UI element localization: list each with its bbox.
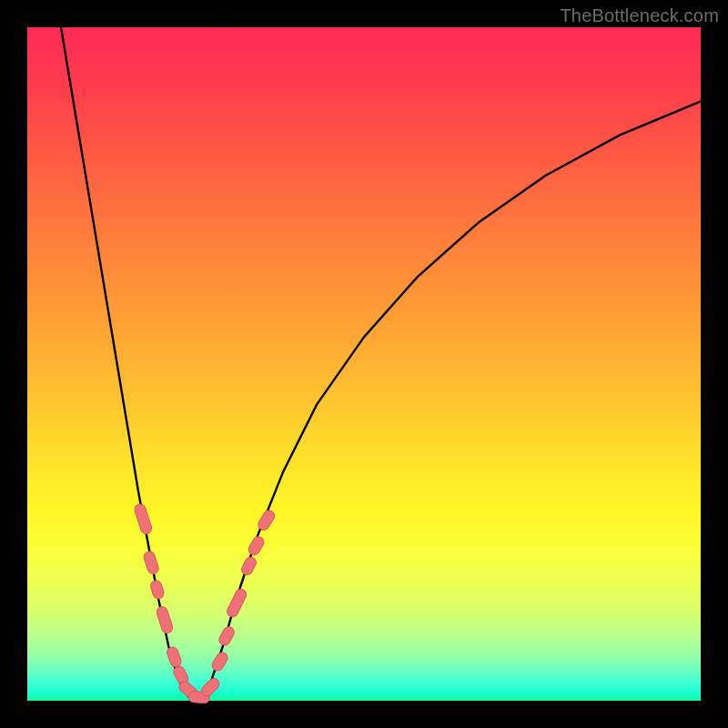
marker-pill (166, 645, 183, 668)
marker-pill (143, 551, 160, 576)
chart-frame: TheBottleneck.com (0, 0, 728, 728)
marker-pill (247, 535, 266, 557)
marker-pill (226, 587, 248, 619)
marker-pill (156, 605, 175, 634)
marker-pill (239, 555, 258, 577)
marker-pill (149, 579, 166, 600)
watermark-text: TheBottleneck.com (560, 5, 719, 26)
marker-pill (133, 502, 153, 535)
curve-group (61, 27, 701, 701)
marker-pill (210, 651, 229, 672)
chart-svg (27, 27, 701, 701)
marker-group (133, 502, 277, 703)
bottleneck-curve-right (199, 101, 701, 701)
marker-pill (256, 509, 276, 532)
marker-pill (217, 625, 237, 647)
bottleneck-curve-left (61, 27, 199, 701)
